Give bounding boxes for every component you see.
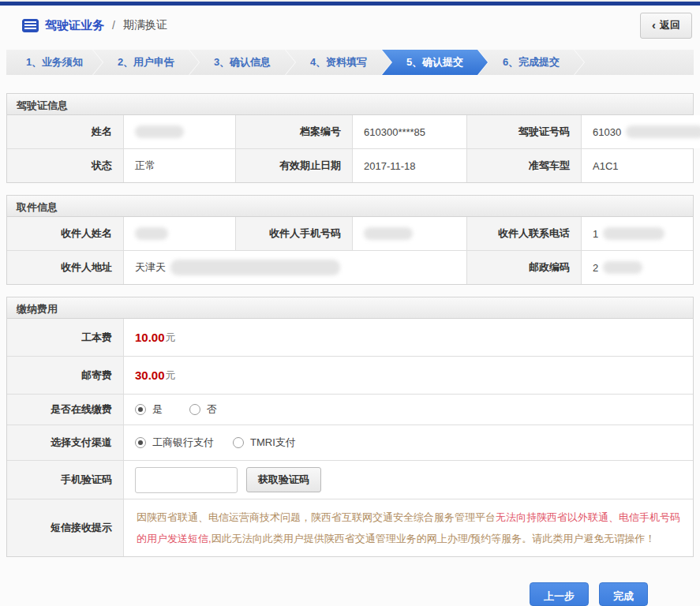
redacted-license-no xyxy=(626,125,700,138)
breadcrumb-divider: / xyxy=(112,19,115,32)
step-navigation: 1、业务须知 2、用户申告 3、确认信息 4、资料填写 5、确认提交 6、完成提… xyxy=(6,50,694,75)
pickup-info-section: 取件信息 收件人姓名 收件人手机号码 收件人联系电话 1 收件人地址 xyxy=(6,195,694,285)
step-2-declaration[interactable]: 2、用户申告 xyxy=(93,50,199,75)
zip-code-value: 2 xyxy=(581,251,693,284)
channel-tmri-option[interactable]: TMRI支付 xyxy=(233,436,296,450)
step-3-confirm-info[interactable]: 3、确认信息 xyxy=(189,50,295,75)
step-5-confirm-submit-active[interactable]: 5、确认提交 xyxy=(382,50,488,75)
status-label: 状态 xyxy=(7,149,123,182)
get-code-button[interactable]: 获取验证码 xyxy=(246,467,321,492)
zip-code-label: 邮政编码 xyxy=(466,251,581,284)
name-label: 姓名 xyxy=(7,115,123,148)
verification-code-label: 手机验证码 xyxy=(7,461,123,499)
online-yes-label: 是 xyxy=(152,402,163,417)
license-info-title: 驾驶证信息 xyxy=(7,94,693,115)
vehicle-type-label: 准驾车型 xyxy=(466,149,581,182)
address-partial: 天津天 xyxy=(135,260,166,275)
back-button-label: 返回 xyxy=(660,18,680,32)
footer-actions: 上一步 完成 xyxy=(6,557,694,606)
recipient-address-value: 天津天 xyxy=(123,251,466,284)
recipient-tel-value: 1 xyxy=(581,217,693,250)
expiry-value: 2017-11-18 xyxy=(352,149,466,182)
recipient-name-label: 收件人姓名 xyxy=(7,217,123,250)
step-4-fill-data[interactable]: 4、资料填写 xyxy=(286,50,391,75)
post-fee-value-cell: 30.00 元 xyxy=(123,357,693,394)
status-value: 正常 xyxy=(123,149,235,182)
step-bar-filler xyxy=(575,50,694,75)
previous-step-button[interactable]: 上一步 xyxy=(530,582,589,606)
notice-segment-3: 因此无法向此类用户提供陕西省交通管理业务的网上办理/预约等服务。请此类用户避免无… xyxy=(211,533,656,544)
table-row: 姓名 档案编号 610300****85 驾驶证号码 61030 xyxy=(7,115,693,148)
redacted-tel xyxy=(603,227,664,240)
file-no-value: 610300****85 xyxy=(352,115,466,148)
finish-button[interactable]: 完成 xyxy=(599,582,648,606)
page-subtitle: 期满换证 xyxy=(123,18,167,32)
verification-code-row: 手机验证码 获取验证码 xyxy=(7,460,693,499)
tel-partial: 1 xyxy=(593,228,598,240)
license-no-value: 61030 xyxy=(581,115,700,148)
redacted-name xyxy=(135,125,184,138)
radio-selected-icon[interactable] xyxy=(135,437,146,448)
channel-icbc-label: 工商银行支付 xyxy=(152,436,214,450)
work-fee-label: 工本费 xyxy=(7,319,123,356)
post-fee-row: 邮寄费 30.00 元 xyxy=(7,356,693,394)
radio-unselected-icon[interactable] xyxy=(189,404,200,415)
recipient-mobile-value xyxy=(352,217,466,250)
radio-selected-icon[interactable] xyxy=(135,404,146,415)
page: 驾驶证业务 / 期满换证 ‹ 返回 1、业务须知 2、用户申告 3、确认信息 4… xyxy=(0,2,700,606)
license-no-label: 驾驶证号码 xyxy=(466,115,581,148)
radio-unselected-icon[interactable] xyxy=(233,437,244,448)
expiry-label: 有效期止日期 xyxy=(235,149,352,182)
payment-channel-row: 选择支付渠道 工商银行支付 TMRI支付 xyxy=(7,425,693,460)
table-row: 收件人地址 天津天 邮政编码 2 xyxy=(7,250,693,284)
redacted-mobile xyxy=(364,227,413,240)
name-value xyxy=(123,115,235,148)
work-fee-amount: 10.00 xyxy=(135,331,165,344)
post-fee-label: 邮寄费 xyxy=(7,357,123,394)
online-no-label: 否 xyxy=(207,402,217,417)
payment-section: 缴纳费用 工本费 10.00 元 邮寄费 30.00 元 是否在线缴费 xyxy=(6,297,694,557)
back-button[interactable]: ‹ 返回 xyxy=(640,13,692,39)
vehicle-type-value: A1C1 xyxy=(581,149,693,182)
step-1-notice[interactable]: 1、业务须知 xyxy=(6,50,103,75)
header: 驾驶证业务 / 期满换证 ‹ 返回 xyxy=(0,6,700,43)
form-list-icon xyxy=(22,19,39,32)
pickup-info-title: 取件信息 xyxy=(7,196,693,217)
verification-code-cell: 获取验证码 xyxy=(123,461,693,499)
work-fee-unit: 元 xyxy=(166,331,176,345)
online-payment-label: 是否在线缴费 xyxy=(7,395,123,425)
online-no-option[interactable]: 否 xyxy=(189,402,217,417)
payment-channel-label: 选择支付渠道 xyxy=(7,425,123,460)
online-payment-row: 是否在线缴费 是 否 xyxy=(7,394,693,425)
file-no-label: 档案编号 xyxy=(235,115,352,148)
post-fee-amount: 30.00 xyxy=(135,368,165,382)
online-yes-option[interactable]: 是 xyxy=(135,402,163,417)
sms-notice-row: 短信接收提示 因陕西省联通、电信运营商技术问题，陕西省互联网交通安全综合服务管理… xyxy=(7,499,693,556)
verification-code-input[interactable] xyxy=(135,467,238,493)
sms-notice-label: 短信接收提示 xyxy=(7,499,123,556)
channel-icbc-option[interactable]: 工商银行支付 xyxy=(135,436,214,450)
license-info-section: 驾驶证信息 姓名 档案编号 610300****85 驾驶证号码 61030 状… xyxy=(6,93,694,183)
sms-notice-text: 因陕西省联通、电信运营商技术问题，陕西省互联网交通安全综合服务管理平台无法向持陕… xyxy=(123,499,693,556)
table-row: 状态 正常 有效期止日期 2017-11-18 准驾车型 A1C1 xyxy=(7,148,693,182)
main-content: 驾驶证信息 姓名 档案编号 610300****85 驾驶证号码 61030 状… xyxy=(0,93,700,606)
work-fee-row: 工本费 10.00 元 xyxy=(7,319,693,356)
recipient-address-label: 收件人地址 xyxy=(7,251,123,284)
redacted-zip xyxy=(603,261,642,274)
online-payment-options: 是 否 xyxy=(123,395,693,425)
step-6-complete-submit[interactable]: 6、完成提交 xyxy=(478,50,584,75)
recipient-name-value xyxy=(123,217,235,250)
post-fee-unit: 元 xyxy=(166,368,176,383)
chevron-left-icon: ‹ xyxy=(652,19,656,31)
recipient-tel-label: 收件人联系电话 xyxy=(466,217,581,250)
payment-channel-options: 工商银行支付 TMRI支付 xyxy=(123,425,693,460)
breadcrumb: 驾驶证业务 / 期满换证 xyxy=(22,18,167,33)
recipient-mobile-label: 收件人手机号码 xyxy=(235,217,352,250)
notice-segment-1: 因陕西省联通、电信运营商技术问题，陕西省互联网交通安全综合服务管理平台 xyxy=(137,511,496,523)
payment-title: 缴纳费用 xyxy=(7,297,693,319)
license-no-partial: 61030 xyxy=(593,126,621,138)
channel-tmri-label: TMRI支付 xyxy=(250,436,296,450)
redacted-address xyxy=(170,260,340,275)
work-fee-value-cell: 10.00 元 xyxy=(123,319,693,356)
redacted-recipient-name xyxy=(135,227,168,240)
